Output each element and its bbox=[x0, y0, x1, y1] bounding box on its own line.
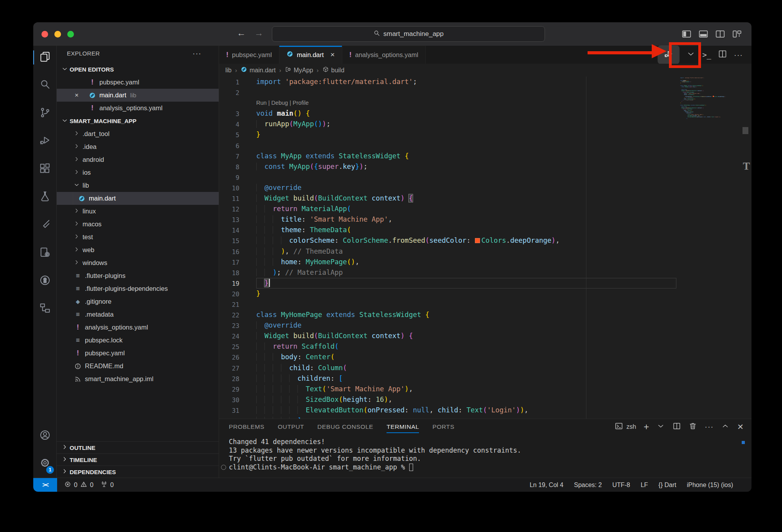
more-actions-icon[interactable]: ··· bbox=[192, 49, 201, 58]
maximize-panel-chevron-icon[interactable] bbox=[721, 422, 730, 432]
tree-item-linux[interactable]: linux bbox=[57, 205, 219, 218]
status-ln-19-col-4[interactable]: Ln 19, Col 4 bbox=[530, 482, 563, 489]
tree-item-windows[interactable]: windows bbox=[57, 256, 219, 269]
panel-tab-debug-console[interactable]: DEBUG CONSOLE bbox=[317, 419, 373, 434]
tree-item-smart_machine_app.iml[interactable]: smart_machine_app.iml bbox=[57, 373, 219, 385]
sidebar-section-timeline[interactable]: TIMELINE bbox=[57, 453, 219, 466]
command-center-search[interactable]: smart_machine_app bbox=[272, 26, 545, 42]
activitybar-extensions[interactable] bbox=[33, 155, 56, 183]
code-line-27: 27 child: Column( bbox=[219, 363, 751, 373]
tree-item-.metadata[interactable]: ≡.metadata bbox=[57, 308, 219, 321]
chevron-down-icon bbox=[74, 182, 80, 190]
tree-item-README.md[interactable]: README.md bbox=[57, 360, 219, 373]
close-editor-icon[interactable]: × bbox=[75, 91, 88, 99]
activitybar-search[interactable] bbox=[33, 72, 56, 100]
tree-item-macos[interactable]: macos bbox=[57, 218, 219, 231]
editor-more-actions-icon[interactable]: ··· bbox=[734, 50, 743, 59]
open-editors-section-header[interactable]: OPEN EDITORS bbox=[57, 63, 219, 76]
code-line-4: 4 runApp(MyApp()); bbox=[219, 119, 751, 129]
split-terminal-icon[interactable] bbox=[672, 422, 681, 432]
tree-item-.dart_tool[interactable]: .dart_tool bbox=[57, 127, 219, 140]
status-spaces-2[interactable]: Spaces: 2 bbox=[574, 482, 602, 489]
activitybar-github[interactable] bbox=[33, 267, 56, 295]
tree-item-test[interactable]: test bbox=[57, 231, 219, 244]
activitybar-explorer[interactable] bbox=[33, 43, 56, 72]
back-arrow-icon[interactable]: ← bbox=[237, 28, 246, 38]
toggle-panel-icon[interactable] bbox=[698, 29, 708, 41]
open-editor-pubspec.yaml[interactable]: !pubspec.yaml bbox=[57, 76, 219, 89]
codelens[interactable]: Run | Debug | Profile bbox=[219, 98, 751, 108]
project-section-header[interactable]: SMART_MACHINE_APP bbox=[57, 115, 219, 127]
tree-item-lib[interactable]: lib bbox=[57, 179, 219, 192]
terminal-dropdown-chevron-icon[interactable] bbox=[656, 422, 665, 432]
color-swatch bbox=[475, 238, 480, 243]
problems-status[interactable]: 0 0 bbox=[64, 481, 93, 489]
panel-tab-output[interactable]: OUTPUT bbox=[278, 419, 304, 434]
tree-item-.idea[interactable]: .idea bbox=[57, 140, 219, 153]
toggle-sidebar-icon[interactable] bbox=[681, 29, 692, 41]
zoom-window-button[interactable] bbox=[67, 31, 74, 38]
close-window-button[interactable] bbox=[41, 31, 48, 38]
tree-item-main.dart[interactable]: main.dart bbox=[57, 192, 219, 205]
activitybar-accounts[interactable] bbox=[33, 422, 56, 450]
new-terminal-icon[interactable]: + bbox=[644, 421, 649, 432]
remote-indicator[interactable]: >< bbox=[33, 478, 57, 492]
breadcrumb-item-MyApp[interactable]: MyApp bbox=[285, 66, 313, 74]
tree-item-web[interactable]: web bbox=[57, 244, 219, 256]
terminal-output[interactable]: Changed 41 dependencies!13 packages have… bbox=[219, 434, 751, 471]
activitybar-settings[interactable]: 1 bbox=[33, 450, 56, 478]
tab-analysis_options.yaml[interactable]: !analysis_options.yaml bbox=[342, 46, 426, 64]
sidebar-section-outline[interactable]: OUTLINE bbox=[57, 441, 219, 453]
ports-status[interactable]: 0 bbox=[101, 481, 114, 489]
forward-arrow-icon[interactable]: → bbox=[254, 28, 263, 38]
tree-item-pubspec.lock[interactable]: ≡pubspec.lock bbox=[57, 334, 219, 347]
sidebar-section-dependencies[interactable]: DEPENDENCIES bbox=[57, 466, 219, 478]
close-panel-icon[interactable]: ✕ bbox=[737, 422, 744, 432]
panel-tab-terminal[interactable]: TERMINAL bbox=[387, 419, 419, 434]
breadcrumb-item-lib[interactable]: lib bbox=[225, 67, 232, 74]
line-number: 15 bbox=[219, 235, 239, 246]
activitybar-run-and-debug[interactable] bbox=[33, 127, 56, 156]
kill-terminal-trash-icon[interactable] bbox=[689, 422, 697, 432]
split-editor-icon[interactable] bbox=[718, 49, 727, 60]
tab-label: pubspec.yaml bbox=[232, 51, 272, 59]
tree-item-.flutter-plugins[interactable]: ≡.flutter-plugins bbox=[57, 269, 219, 282]
status--dart[interactable]: {} Dart bbox=[658, 482, 676, 489]
activitybar-hierarchy[interactable] bbox=[33, 295, 56, 323]
tree-item-ios[interactable]: ios bbox=[57, 166, 219, 179]
tree-item-android[interactable]: android bbox=[57, 153, 219, 166]
open-terminal-icon[interactable]: >_ bbox=[702, 50, 711, 59]
tree-item-analysis_options.yaml[interactable]: !analysis_options.yaml bbox=[57, 321, 219, 334]
code-editor[interactable]: 1import 'package:flutter/material.dart';… bbox=[219, 77, 751, 419]
minimize-window-button[interactable] bbox=[54, 31, 61, 38]
terminal-cursor bbox=[409, 464, 413, 471]
activitybar-testing[interactable] bbox=[33, 183, 56, 211]
terminal-prompt[interactable]: clint@Clints-MacBook-Air smart_machine_a… bbox=[229, 463, 751, 472]
panel-more-actions-icon[interactable]: ··· bbox=[705, 422, 714, 431]
status-utf-8[interactable]: UTF-8 bbox=[612, 482, 630, 489]
panel-tab-problems[interactable]: PROBLEMS bbox=[229, 419, 264, 434]
activitybar-project-tools[interactable] bbox=[33, 239, 56, 267]
minimap[interactable]: import 'package:flutter/material.dart';v… bbox=[679, 77, 744, 419]
panel-tab-ports[interactable]: PORTS bbox=[432, 419, 454, 434]
close-tab-icon[interactable]: × bbox=[331, 50, 335, 59]
open-editor-analysis_options.yaml[interactable]: !analysis_options.yaml bbox=[57, 102, 219, 115]
customize-layout-icon[interactable] bbox=[732, 29, 742, 41]
tree-item-.gitignore[interactable]: ◆.gitignore bbox=[57, 295, 219, 308]
breadcrumb-item-build[interactable]: build bbox=[322, 66, 345, 74]
line-number: 21 bbox=[219, 299, 239, 310]
tree-item-pubspec.yaml[interactable]: !pubspec.yaml bbox=[57, 347, 219, 360]
status-lf[interactable]: LF bbox=[641, 482, 648, 489]
tab-pubspec.yaml[interactable]: !pubspec.yaml bbox=[219, 46, 279, 64]
open-editor-main.dart[interactable]: ×main.dartlib bbox=[57, 89, 219, 102]
activitybar-source-control[interactable] bbox=[33, 99, 56, 127]
code-text: SizedBox(height: 16), bbox=[256, 394, 392, 405]
status-iphone-15-ios-[interactable]: iPhone (15) (ios) bbox=[687, 482, 733, 489]
split-editor-layout-icon[interactable] bbox=[715, 29, 725, 41]
tab-main.dart[interactable]: main.dart× bbox=[279, 46, 342, 64]
scrollbar-thumb[interactable] bbox=[742, 127, 748, 134]
activitybar-flutter[interactable] bbox=[33, 211, 56, 239]
terminal-shell-selector[interactable]: zsh bbox=[615, 422, 636, 432]
breadcrumb-item-main.dart[interactable]: main.dart bbox=[241, 66, 276, 74]
tree-item-.flutter-plugins-dependencies[interactable]: ≡.flutter-plugins-dependencies bbox=[57, 282, 219, 295]
